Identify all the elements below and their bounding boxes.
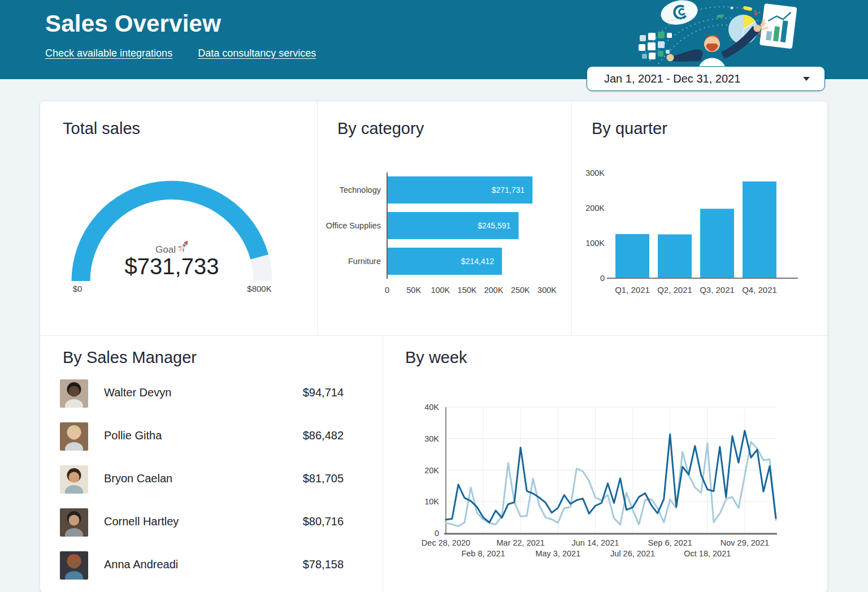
sales-manager-row: Bryon Caelan $81,705 — [60, 465, 344, 495]
svg-text:$0: $0 — [73, 284, 83, 293]
svg-text:$271,731: $271,731 — [492, 185, 525, 195]
card-by-category: By category Technology$271,731Office Sup… — [317, 101, 571, 335]
header: Sales Overview Check available integrati… — [0, 0, 868, 79]
svg-text:Jul 26, 2021: Jul 26, 2021 — [610, 549, 655, 558]
logo-blob-graphic — [658, 0, 700, 28]
svg-text:100K: 100K — [585, 239, 605, 248]
sales-manager-row: Anna Andreadi $78,158 — [60, 551, 344, 581]
svg-text:Q1, 2021: Q1, 2021 — [615, 285, 650, 295]
svg-text:200K: 200K — [585, 204, 605, 213]
svg-text:Dec 28, 2020: Dec 28, 2020 — [422, 538, 470, 547]
card-by-sales-manager: By Sales Manager Walter Devyn $94,714 Po… — [40, 335, 383, 592]
manager-sales-value: $86,482 — [303, 422, 344, 442]
svg-text:30K: 30K — [424, 434, 439, 443]
manager-sales-value: $78,158 — [303, 551, 344, 571]
svg-text:May 3, 2021: May 3, 2021 — [535, 549, 580, 558]
sales-manager-row: Cornell Hartley $80,716 — [60, 508, 344, 538]
svg-text:100K: 100K — [431, 286, 450, 295]
svg-text:50K: 50K — [406, 286, 421, 295]
svg-text:0: 0 — [600, 274, 605, 283]
svg-text:Office Supplies: Office Supplies — [326, 221, 381, 230]
svg-text:0: 0 — [435, 529, 439, 538]
card-by-week: By week 010K20K30K40KDec 28, 2020Feb 8, … — [383, 335, 827, 592]
svg-text:40K: 40K — [424, 403, 439, 412]
avatar — [60, 422, 88, 451]
card-by-quarter: By quarter 0100K200K300KQ1, 2021Q2, 2021… — [571, 101, 827, 335]
link-check-integrations[interactable]: Check available integrations — [45, 47, 172, 59]
svg-text:Oct 18, 2021: Oct 18, 2021 — [684, 549, 731, 558]
svg-text:250K: 250K — [511, 286, 530, 295]
svg-text:Jun 14, 2021: Jun 14, 2021 — [572, 538, 619, 547]
svg-text:Q4, 2021: Q4, 2021 — [742, 285, 777, 295]
dashboard-board: Total sales $0$800KGoal$731,733 By categ… — [40, 101, 828, 592]
svg-text:Sep 6, 2021: Sep 6, 2021 — [648, 538, 692, 547]
svg-text:Feb 8, 2021: Feb 8, 2021 — [461, 549, 505, 558]
manager-name: Bryon Caelan — [104, 465, 172, 485]
svg-text:0: 0 — [385, 286, 389, 295]
link-data-consultancy[interactable]: Data consultancy services — [198, 47, 316, 59]
svg-text:Q3, 2021: Q3, 2021 — [700, 285, 735, 295]
date-range-value: Jan 1, 2021 - Dec 31, 2021 — [604, 72, 803, 85]
svg-text:150K: 150K — [458, 286, 477, 295]
svg-text:Q2, 2021: Q2, 2021 — [657, 285, 692, 295]
manager-sales-value: $80,716 — [303, 508, 344, 528]
card-total-sales: Total sales $0$800KGoal$731,733 — [40, 101, 317, 335]
svg-text:300K: 300K — [585, 168, 605, 178]
header-illustration — [627, 0, 814, 72]
svg-text:$800K: $800K — [247, 284, 271, 293]
svg-text:Furniture: Furniture — [348, 257, 381, 266]
avatar — [60, 551, 88, 580]
by-quarter-bar-chart: 0100K200K300KQ1, 2021Q2, 2021Q3, 2021Q4,… — [572, 101, 827, 335]
manager-name: Cornell Hartley — [104, 508, 179, 528]
manager-name: Walter Devyn — [104, 379, 171, 399]
page-title: Sales Overview — [45, 10, 221, 37]
svg-text:20K: 20K — [424, 466, 439, 475]
manager-sales-value: $81,705 — [303, 465, 344, 485]
rocket-icon — [176, 239, 191, 254]
squares-grid-graphic — [639, 32, 672, 59]
svg-text:10K: 10K — [424, 497, 439, 506]
chevron-down-icon — [803, 77, 810, 81]
manager-name: Anna Andreadi — [104, 551, 178, 571]
svg-text:200K: 200K — [484, 286, 504, 295]
manager-name: Pollie Githa — [104, 422, 162, 442]
avatar — [60, 379, 88, 408]
svg-text:$245,591: $245,591 — [478, 221, 511, 230]
manager-sales-value: $94,714 — [303, 379, 344, 399]
sales-manager-row: Walter Devyn $94,714 — [60, 379, 344, 409]
avatar — [60, 465, 88, 494]
svg-text:Technology: Technology — [340, 185, 381, 195]
svg-text:Nov 29, 2021: Nov 29, 2021 — [721, 538, 769, 547]
by-category-bar-chart: Technology$271,731Office Supplies$245,59… — [318, 101, 571, 335]
svg-text:$731,733: $731,733 — [125, 254, 219, 279]
by-week-line-chart: 010K20K30K40KDec 28, 2020Feb 8, 2021Mar … — [383, 336, 827, 592]
date-range-selector[interactable]: Jan 1, 2021 - Dec 31, 2021 — [587, 66, 825, 91]
avatar — [60, 508, 88, 537]
svg-text:$214,412: $214,412 — [461, 257, 494, 266]
total-sales-gauge: $0$800KGoal$731,733 — [40, 101, 317, 335]
card-title-by-sales-manager: By Sales Manager — [63, 348, 197, 367]
sales-manager-row: Pollie Githa $86,482 — [60, 422, 344, 452]
svg-text:Mar 22, 2021: Mar 22, 2021 — [496, 538, 544, 547]
svg-text:300K: 300K — [537, 286, 557, 295]
person-graphic — [667, 20, 768, 72]
header-links: Check available integrations Data consul… — [45, 47, 316, 59]
